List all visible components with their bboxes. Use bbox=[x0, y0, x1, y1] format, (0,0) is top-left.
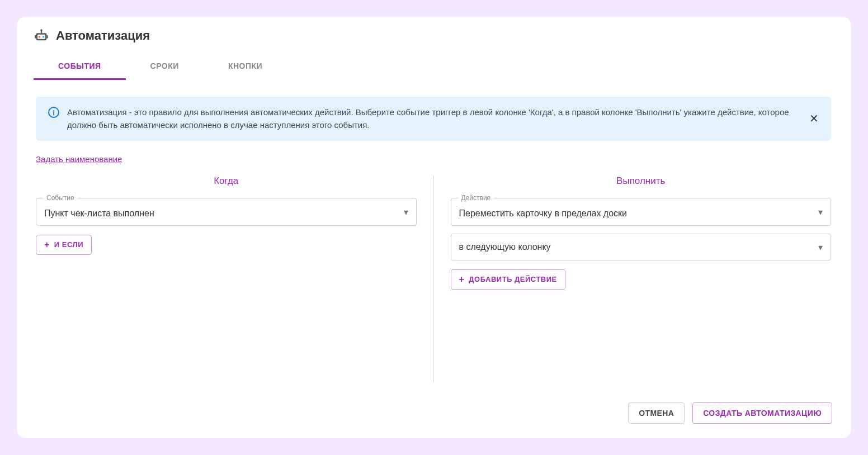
cancel-button[interactable]: ОТМЕНА bbox=[628, 402, 685, 424]
when-column: Когда Событие Пункт чек-листа выполнен ▾… bbox=[36, 176, 434, 382]
content-area: i Автоматизация - это правило для выполн… bbox=[28, 80, 851, 395]
svg-point-5 bbox=[40, 29, 43, 31]
target-select-value: в следующую колонку bbox=[459, 242, 551, 252]
tabs: СОБЫТИЯ СРОКИ КНОПКИ bbox=[17, 54, 851, 80]
robot-icon bbox=[34, 28, 49, 44]
modal-header: Автоматизация bbox=[17, 28, 851, 54]
event-select[interactable]: Событие Пункт чек-листа выполнен ▾ bbox=[36, 198, 417, 226]
add-condition-label: И ЕСЛИ bbox=[54, 240, 83, 249]
do-column: Выполнить Действие Переместить карточку … bbox=[434, 176, 832, 382]
close-icon[interactable]: ✕ bbox=[807, 110, 821, 127]
plus-icon: + bbox=[44, 240, 50, 250]
plus-icon: + bbox=[459, 274, 465, 285]
create-automation-button[interactable]: СОЗДАТЬ АВТОМАТИЗАЦИЮ bbox=[692, 402, 832, 424]
modal-footer: ОТМЕНА СОЗДАТЬ АВТОМАТИЗАЦИЮ bbox=[17, 395, 851, 427]
add-action-button[interactable]: + ДОБАВИТЬ ДЕЙСТВИЕ bbox=[451, 269, 565, 290]
event-select-value: Пункт чек-листа выполнен bbox=[44, 208, 154, 218]
tab-events[interactable]: СОБЫТИЯ bbox=[34, 54, 126, 80]
svg-rect-7 bbox=[46, 35, 48, 39]
target-select[interactable]: в следующую колонку ▾ bbox=[451, 234, 832, 260]
tab-buttons[interactable]: КНОПКИ bbox=[204, 54, 287, 80]
action-select-label: Действие bbox=[458, 194, 494, 202]
svg-rect-6 bbox=[35, 35, 36, 39]
action-select-value: Переместить карточку в пределах доски bbox=[459, 208, 628, 218]
columns: Когда Событие Пункт чек-листа выполнен ▾… bbox=[36, 176, 831, 382]
add-action-label: ДОБАВИТЬ ДЕЙСТВИЕ bbox=[469, 275, 556, 283]
modal-title: Автоматизация bbox=[56, 29, 150, 43]
info-icon: i bbox=[48, 107, 59, 118]
svg-point-2 bbox=[39, 36, 41, 38]
tab-deadlines[interactable]: СРОКИ bbox=[126, 54, 204, 80]
when-title: Когда bbox=[36, 176, 417, 187]
info-banner: i Автоматизация - это правило для выполн… bbox=[36, 97, 831, 141]
add-condition-button[interactable]: + И ЕСЛИ bbox=[36, 235, 92, 255]
automation-modal: Автоматизация СОБЫТИЯ СРОКИ КНОПКИ i Авт… bbox=[17, 17, 851, 438]
info-text: Автоматизация - это правило для выполнен… bbox=[67, 106, 819, 132]
chevron-down-icon: ▾ bbox=[818, 206, 823, 217]
event-select-label: Событие bbox=[43, 194, 78, 202]
chevron-down-icon: ▾ bbox=[818, 241, 823, 252]
do-title: Выполнить bbox=[451, 176, 832, 187]
svg-point-3 bbox=[43, 36, 45, 38]
chevron-down-icon: ▾ bbox=[404, 206, 408, 217]
action-select[interactable]: Действие Переместить карточку в пределах… bbox=[451, 198, 832, 226]
set-name-link[interactable]: Задать наименование bbox=[36, 154, 122, 164]
